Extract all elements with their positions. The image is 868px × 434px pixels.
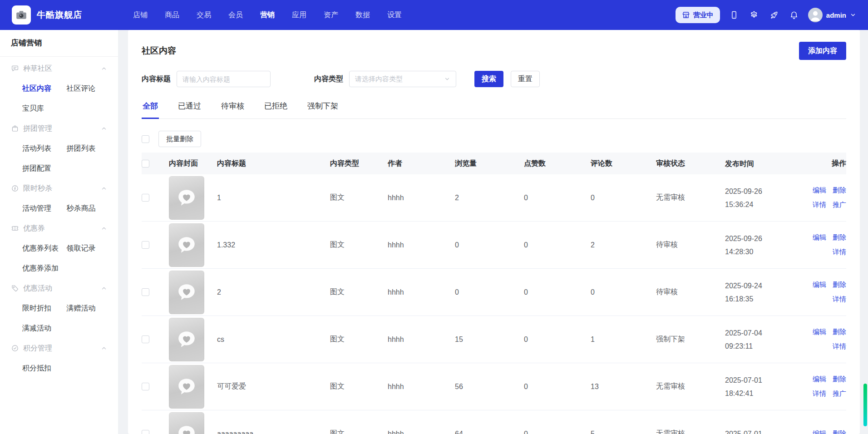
row-action-delete[interactable]: 删除 — [833, 328, 846, 336]
content-cover-thumbnail[interactable] — [169, 271, 204, 314]
store-logo[interactable] — [12, 5, 31, 25]
nav-item-assets[interactable]: 资产 — [324, 10, 338, 20]
content-cover-thumbnail[interactable] — [169, 223, 204, 267]
content-cover-thumbnail[interactable] — [169, 412, 204, 434]
row-action-edit[interactable]: 编辑 — [813, 375, 826, 384]
row-action-detail[interactable]: 详情 — [813, 201, 826, 209]
row-checkbox[interactable] — [142, 194, 149, 202]
username: admin — [826, 11, 846, 19]
sidebar-item-group-config[interactable]: 拼团配置 — [22, 158, 67, 178]
business-status-pill[interactable]: 营业中 — [676, 7, 720, 23]
nav-item-shop[interactable]: 店铺 — [133, 10, 148, 20]
row-action-edit[interactable]: 编辑 — [813, 429, 826, 434]
rocket-icon[interactable] — [768, 10, 780, 20]
nav-item-apps[interactable]: 应用 — [292, 10, 306, 20]
audit-status-cell: 无需审核 — [656, 382, 725, 391]
sidebar-title: 店铺营销 — [0, 30, 118, 57]
row-actions: 编辑删除 — [798, 429, 846, 434]
row-action-edit[interactable]: 编辑 — [813, 281, 826, 289]
nav-item-data[interactable]: 数据 — [355, 10, 370, 20]
row-action-edit[interactable]: 编辑 — [813, 328, 826, 336]
add-content-button[interactable]: 添加内容 — [799, 42, 846, 60]
sidebar-item-points-deduct[interactable]: 积分抵扣 — [22, 358, 67, 378]
row-action-edit[interactable]: 编辑 — [813, 186, 826, 195]
sidebar-item-full-reduce[interactable]: 满减活动 — [22, 318, 67, 338]
content-cover-thumbnail[interactable] — [169, 318, 204, 361]
page-scrollbar-thumb[interactable] — [863, 384, 867, 426]
search-button[interactable]: 搜索 — [474, 71, 503, 87]
sidebar-section-items: 社区内容社区评论宝贝库 — [8, 79, 111, 118]
sidebar-item-community-comments[interactable]: 社区评论 — [67, 79, 111, 99]
sidebar-section-header[interactable]: 限时秒杀 — [8, 178, 111, 198]
content-title-input[interactable] — [177, 71, 271, 87]
header-checkbox[interactable] — [142, 160, 149, 168]
sidebar-item-coupon-list[interactable]: 优惠券列表 — [22, 238, 67, 258]
row-checkbox[interactable] — [142, 335, 149, 343]
row-action-delete[interactable]: 删除 — [833, 233, 846, 242]
row-action-delete[interactable]: 删除 — [833, 429, 846, 434]
placeholder-bubble-heart-icon — [176, 424, 197, 434]
batch-delete-button[interactable]: 批量删除 — [158, 131, 201, 147]
sidebar-item-seckill-goods[interactable]: 秒杀商品 — [67, 198, 111, 218]
row-action-delete[interactable]: 删除 — [833, 186, 846, 195]
content-title-cell: 可可爱爱 — [217, 382, 330, 391]
tab-all[interactable]: 全部 — [142, 101, 159, 119]
row-checkbox[interactable] — [142, 383, 149, 390]
audit-status-cell: 无需审核 — [656, 429, 725, 434]
row-action-edit[interactable]: 编辑 — [813, 233, 826, 242]
sidebar-item-activity-list[interactable]: 活动列表 — [22, 138, 67, 158]
row-action-detail[interactable]: 详情 — [833, 295, 846, 304]
sidebar-section-header[interactable]: 优惠券 — [8, 218, 111, 238]
row-action-promote[interactable]: 推广 — [833, 390, 846, 398]
audit-status-cell: 待审核 — [656, 240, 725, 250]
user-menu[interactable]: admin — [808, 8, 856, 22]
mobile-icon[interactable] — [728, 10, 740, 20]
nav-item-member[interactable]: 会员 — [228, 10, 243, 20]
row-checkbox[interactable] — [142, 241, 149, 249]
sidebar-item-group-list[interactable]: 拼团列表 — [67, 138, 111, 158]
row-action-detail[interactable]: 详情 — [833, 342, 846, 351]
row-action-delete[interactable]: 删除 — [833, 375, 846, 384]
reset-button[interactable]: 重置 — [511, 71, 540, 87]
sidebar-section-header[interactable]: 种草社区 — [8, 59, 111, 79]
author-cell: hhhh — [388, 241, 455, 249]
sidebar-item-activity-manage[interactable]: 活动管理 — [22, 198, 67, 218]
nav-item-trade[interactable]: 交易 — [197, 10, 211, 20]
row-checkbox[interactable] — [142, 288, 149, 296]
content-cover-thumbnail[interactable] — [169, 176, 204, 220]
nav-item-marketing[interactable]: 营销 — [260, 10, 275, 20]
placeholder-bubble-heart-icon — [176, 376, 197, 397]
sidebar-item-receive-records[interactable]: 领取记录 — [67, 238, 111, 258]
audit-status-cell: 无需审核 — [656, 193, 725, 202]
row-action-detail[interactable]: 详情 — [833, 248, 846, 256]
tab-pending[interactable]: 待审核 — [220, 101, 245, 119]
nav-item-settings[interactable]: 设置 — [387, 10, 402, 20]
content-title-cell: 1.332 — [217, 241, 330, 249]
nav-item-goods[interactable]: 商品 — [165, 10, 179, 20]
row-action-promote[interactable]: 推广 — [833, 201, 846, 209]
bell-icon[interactable] — [788, 10, 800, 20]
content-type-select[interactable]: 请选择内容类型 — [349, 71, 456, 87]
content-cover-thumbnail[interactable] — [169, 365, 204, 409]
sidebar-section-header[interactable]: 优惠活动 — [8, 278, 111, 298]
sidebar-item-coupon-add[interactable]: 优惠券添加 — [22, 258, 67, 278]
sidebar-section-header[interactable]: 积分管理 — [8, 338, 111, 358]
tab-forced-off[interactable]: 强制下架 — [306, 101, 339, 119]
select-all-checkbox[interactable] — [142, 135, 149, 143]
gear-icon[interactable] — [748, 10, 760, 20]
row-action-detail[interactable]: 详情 — [813, 390, 826, 398]
row-checkbox[interactable] — [142, 430, 149, 434]
chevron-up-icon — [101, 345, 107, 351]
tab-approved[interactable]: 已通过 — [177, 101, 202, 119]
comments-cell: 1 — [591, 335, 656, 344]
row-action-delete[interactable]: 删除 — [833, 281, 846, 289]
sidebar-item-full-gift[interactable]: 满赠活动 — [67, 298, 111, 318]
header-cover: 内容封面 — [169, 159, 217, 168]
sidebar-item-product-library[interactable]: 宝贝库 — [22, 99, 67, 118]
sidebar-item-community-content[interactable]: 社区内容 — [22, 79, 67, 99]
sidebar-item-time-discount[interactable]: 限时折扣 — [22, 298, 67, 318]
publish-clock: 15:36:24 — [725, 198, 793, 211]
views-cell: 0 — [455, 241, 524, 249]
sidebar-section-header[interactable]: 拼团管理 — [8, 118, 111, 138]
tab-rejected[interactable]: 已拒绝 — [263, 101, 288, 119]
